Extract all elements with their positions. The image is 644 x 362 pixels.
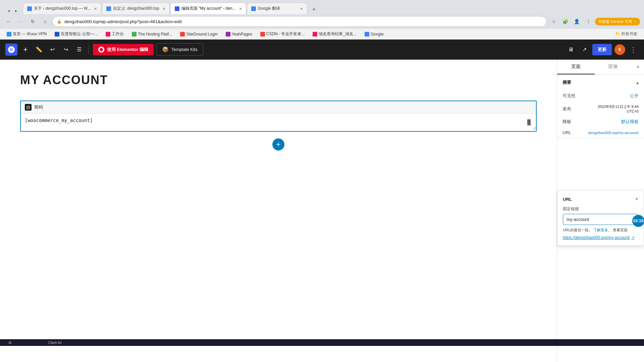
shortcode-block-icon: [/] xyxy=(25,104,32,111)
list-view-btn[interactable]: ☰ xyxy=(74,44,85,55)
tools-btn[interactable]: ✏️ xyxy=(34,44,44,55)
bookmark-favicon-yeahpages xyxy=(226,32,230,37)
bookmark-label-google: Google xyxy=(371,32,384,37)
wp-toolbar: + ✏️ ↩ ↪ ☰ 使用 Elementor 编辑 📦 Template Ki… xyxy=(0,40,644,60)
tab1-title: 关于 ‹ dengzihao000.top — W... xyxy=(34,6,91,11)
reload-btn[interactable]: ↻ xyxy=(28,17,38,26)
wordpress-logo[interactable] xyxy=(5,44,17,56)
bookmark-google[interactable]: Google xyxy=(362,31,386,37)
browser-tab-1[interactable]: 关于 ‹ dengzihao000.top — W... × xyxy=(23,3,101,14)
browser-chrome: ◂ ▸ 关于 ‹ dengzihao000.top — W... × 自定义: … xyxy=(0,0,644,40)
redo-btn[interactable]: ↪ xyxy=(60,44,71,55)
options-btn[interactable]: ⋮ xyxy=(628,44,639,55)
panel-tabs: 页面 区块 × xyxy=(557,60,644,75)
full-url-link[interactable]: https://dengzihao000.top/my-account/ ↗ xyxy=(563,235,638,240)
address-text: dengzihao000.top/wp-admin/post.php?post=… xyxy=(64,19,542,24)
bookmark-label-domain: 域名查询结果_域名... xyxy=(319,31,357,37)
bookmark-label-yeahpages: YeahPages xyxy=(232,32,252,37)
update-btn[interactable]: 更新 xyxy=(592,44,612,55)
undo-btn[interactable]: ↩ xyxy=(47,44,58,55)
bookmark-siteground[interactable]: SiteGround Login xyxy=(177,31,220,37)
bookmark-csdn[interactable]: CSDN - 专业开发者... xyxy=(258,31,308,38)
tab4-favicon xyxy=(251,6,256,11)
url-field: URL dengzihao000.top/my-account/ xyxy=(557,127,644,138)
add-block-toolbar-btn[interactable]: + xyxy=(20,44,31,55)
dots-menu-btn[interactable]: ⋮ xyxy=(584,17,593,26)
visibility-label: 可见性 xyxy=(562,93,576,99)
elementor-logo-btn[interactable]: E xyxy=(614,44,625,55)
timer-badge: 03:19 xyxy=(632,215,644,227)
template-kit-btn[interactable]: 📦 Template Kits xyxy=(156,43,203,56)
url-label: URL xyxy=(562,130,571,135)
panel-close-btn[interactable]: × xyxy=(632,60,644,74)
tab-prev-btn[interactable]: ◂ xyxy=(5,7,12,14)
tab-block[interactable]: 区块 xyxy=(595,60,632,74)
url-popup-header: URL × xyxy=(563,196,638,202)
bookmark-favicon-csdn xyxy=(260,32,265,37)
bookmarks-bar: 首页 — iKuuu VPN 百度智能云-云智—... 工作台 The Host… xyxy=(0,29,644,40)
tab1-close[interactable]: × xyxy=(94,6,97,11)
toolbar-separator xyxy=(89,45,89,54)
address-bar[interactable]: 🔒 dengzihao000.top/wp-admin/post.php?pos… xyxy=(52,16,547,27)
permalink-input[interactable] xyxy=(563,214,638,225)
shortcode-input-area: [woocommerce_my_account] xyxy=(21,114,536,131)
bookmarks-folder[interactable]: 📁 所有书签 xyxy=(612,31,640,37)
url-value[interactable]: dengzihao000.top/my-account/ xyxy=(588,131,639,135)
tab2-close[interactable]: × xyxy=(163,6,165,11)
bookmark-yeahpages[interactable]: YeahPages xyxy=(223,31,255,37)
browser-tab-3[interactable]: 编辑页面 "My account" ‹ den... × xyxy=(170,3,246,14)
shortcode-input[interactable]: [woocommerce_my_account] xyxy=(21,114,536,130)
extension-btn[interactable]: 🧩 xyxy=(561,17,570,26)
bookmark-star-icon[interactable]: ☆ xyxy=(549,17,559,26)
bookmark-favicon-work xyxy=(106,32,110,37)
bookmark-work[interactable]: 工作台 xyxy=(103,31,126,38)
publish-label: 发布 xyxy=(562,106,571,112)
summary-header[interactable]: 摘要 ▴ xyxy=(557,75,644,90)
template-value[interactable]: 默认模板 xyxy=(621,119,639,125)
profile-btn[interactable]: 👤 xyxy=(572,17,582,26)
editor-main: MY ACCOUNT [/] 简码 [woocommerce_my_accoun… xyxy=(0,60,557,362)
block-label-row: [/] 简码 xyxy=(21,101,536,114)
taskbar-label-bar: Ai Clash for xyxy=(0,339,644,346)
tab-page[interactable]: 页面 xyxy=(557,60,595,74)
url-popup-title: URL xyxy=(563,197,572,202)
text-cursor xyxy=(527,119,531,125)
bookmark-favicon-siteground xyxy=(180,32,185,37)
lock-icon: 🔒 xyxy=(57,19,62,24)
tab4-title: Google 翻译 xyxy=(258,6,297,11)
chrome-update-badge[interactable]: 有新版 Chrome 可用 → xyxy=(595,18,640,25)
ai-label: Ai xyxy=(3,341,17,345)
elementor-icon xyxy=(98,47,104,53)
bookmark-hosting[interactable]: The Hosting Platf... xyxy=(129,31,175,37)
elementor-edit-btn[interactable]: 使用 Elementor 编辑 xyxy=(93,44,154,55)
browser-tab-4[interactable]: Google 翻译 × xyxy=(247,3,307,14)
url-hint: URL的最后一段。 了解更多。 查看页面 xyxy=(563,228,638,233)
bookmark-label-ikuuu: 首页 — iKuuu VPN xyxy=(13,31,47,37)
bookmark-favicon-hosting xyxy=(132,32,137,37)
publish-value[interactable]: 2022年8月11日上午 9:44 UTC+0 xyxy=(592,104,639,113)
visibility-value[interactable]: 公开 xyxy=(630,93,639,99)
tab3-favicon xyxy=(175,6,179,11)
bookmark-baidu[interactable]: 百度智能云-云智—... xyxy=(52,31,100,38)
back-btn[interactable]: ← xyxy=(4,17,13,26)
bookmark-label-baidu: 百度智能云-云智—... xyxy=(61,31,98,37)
tab-next-btn[interactable]: ▸ xyxy=(13,7,19,14)
bookmark-favicon-domain xyxy=(313,32,317,37)
home-btn[interactable]: ⌂ xyxy=(40,17,50,26)
add-block-area: + xyxy=(20,138,537,150)
browser-tab-2[interactable]: 自定义: dengzihao000.top × xyxy=(102,3,170,14)
right-panel: 页面 区块 × 摘要 ▴ 可见性 公开 发布 2022年8月11日上午 9:44… xyxy=(557,60,644,362)
tab4-close[interactable]: × xyxy=(300,6,303,11)
bookmark-ikuuu[interactable]: 首页 — iKuuu VPN xyxy=(4,31,49,38)
desktop-view-btn[interactable]: 🖥 xyxy=(566,44,576,55)
preview-btn[interactable]: ↗ xyxy=(579,44,590,55)
wordpress-editor: + ✏️ ↩ ↪ ☰ 使用 Elementor 编辑 📦 Template Ki… xyxy=(0,40,644,362)
url-popup-close-btn[interactable]: × xyxy=(635,196,638,202)
bookmark-label-csdn: CSDN - 专业开发者... xyxy=(266,31,305,37)
forward-btn[interactable]: → xyxy=(16,17,25,26)
tab3-close[interactable]: × xyxy=(239,6,242,11)
add-block-btn[interactable]: + xyxy=(272,138,284,150)
url-hint-link[interactable]: 了解更多。 xyxy=(593,228,612,232)
new-tab-btn[interactable]: + xyxy=(309,5,319,14)
bookmark-domain[interactable]: 域名查询结果_域名... xyxy=(310,31,359,38)
